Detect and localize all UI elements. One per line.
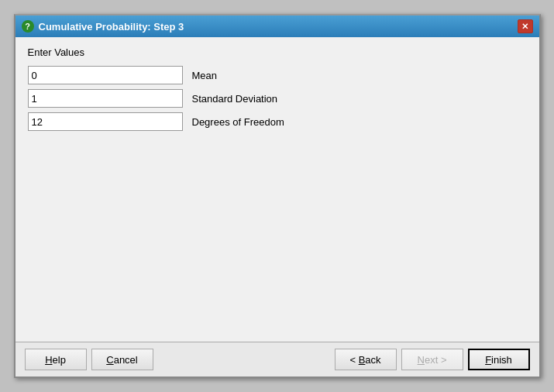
- close-button[interactable]: ✕: [518, 19, 533, 33]
- dialog-icon: ?: [22, 20, 34, 33]
- next-button[interactable]: Next >: [401, 349, 463, 370]
- next-label: Next >: [418, 354, 447, 366]
- cancel-button[interactable]: Cancel: [91, 349, 153, 370]
- std-dev-input[interactable]: [28, 89, 183, 108]
- finish-button[interactable]: Finish: [468, 349, 530, 370]
- button-bar: Help Cancel < Back Next > Finish: [15, 342, 539, 377]
- button-group-left: Help Cancel: [25, 349, 153, 370]
- mean-row: Mean: [28, 66, 527, 84]
- std-dev-label: Standard Deviation: [192, 93, 278, 105]
- dof-label: Degrees of Freedom: [192, 116, 284, 128]
- button-group-right: < Back Next > Finish: [335, 349, 530, 370]
- title-bar-left: ? Cumulative Probability: Step 3: [22, 20, 184, 33]
- dof-row: Degrees of Freedom: [28, 112, 527, 131]
- mean-input[interactable]: [28, 66, 183, 84]
- help-label: Help: [45, 354, 66, 366]
- back-label: < Back: [349, 354, 380, 366]
- cancel-label: Cancel: [106, 354, 137, 366]
- title-bar: ? Cumulative Probability: Step 3 ✕: [15, 15, 539, 37]
- help-button[interactable]: Help: [25, 349, 87, 370]
- window-title: Cumulative Probability: Step 3: [39, 21, 184, 33]
- section-label: Enter Values: [28, 46, 527, 58]
- content-area: Enter Values Mean Standard Deviation Deg…: [15, 37, 539, 342]
- finish-label: Finish: [485, 354, 512, 366]
- mean-label: Mean: [192, 70, 218, 81]
- fields-area: Mean Standard Deviation Degrees of Freed…: [28, 66, 527, 131]
- std-dev-row: Standard Deviation: [28, 89, 527, 108]
- dialog-window: ? Cumulative Probability: Step 3 ✕ Enter…: [14, 14, 541, 378]
- back-button[interactable]: < Back: [335, 349, 397, 370]
- dof-input[interactable]: [28, 112, 183, 131]
